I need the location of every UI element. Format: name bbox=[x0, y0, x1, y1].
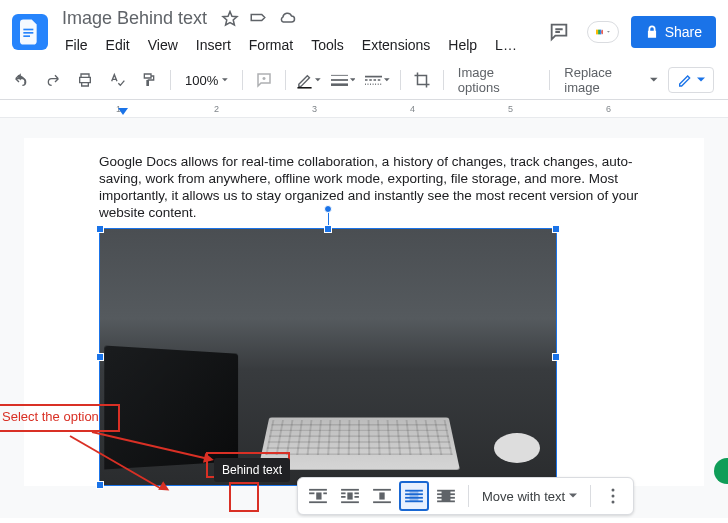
add-comment-button[interactable] bbox=[249, 65, 279, 95]
svg-point-37 bbox=[612, 495, 615, 498]
share-button[interactable]: Share bbox=[631, 16, 716, 48]
menu-tools[interactable]: Tools bbox=[304, 33, 351, 57]
docs-logo[interactable] bbox=[12, 14, 48, 50]
menu-file[interactable]: File bbox=[58, 33, 95, 57]
resize-handle[interactable] bbox=[552, 225, 560, 233]
svg-rect-6 bbox=[297, 87, 311, 88]
annotation-box bbox=[229, 482, 259, 512]
menu-extensions[interactable]: Extensions bbox=[355, 33, 437, 57]
svg-rect-23 bbox=[373, 489, 391, 491]
resize-handle[interactable] bbox=[324, 225, 332, 233]
redo-button[interactable] bbox=[38, 65, 68, 95]
resize-handle[interactable] bbox=[96, 481, 104, 489]
move-with-text-select[interactable]: Move with text bbox=[476, 489, 583, 504]
indent-marker[interactable] bbox=[118, 108, 128, 118]
svg-rect-2 bbox=[23, 35, 30, 37]
image-options-button[interactable]: Image options bbox=[450, 65, 544, 95]
resize-handle[interactable] bbox=[96, 225, 104, 233]
replace-image-button[interactable]: Replace image bbox=[556, 65, 666, 95]
undo-button[interactable] bbox=[6, 65, 36, 95]
svg-rect-1 bbox=[23, 32, 33, 34]
menu-edit[interactable]: Edit bbox=[99, 33, 137, 57]
spellcheck-button[interactable] bbox=[102, 65, 132, 95]
resize-handle[interactable] bbox=[552, 353, 560, 361]
border-dash-button[interactable] bbox=[361, 65, 394, 95]
chevron-down-icon bbox=[569, 492, 577, 500]
menu-view[interactable]: View bbox=[141, 33, 185, 57]
toolbar: 100% Image options Replace image bbox=[0, 61, 728, 100]
svg-rect-3 bbox=[596, 29, 598, 34]
crop-button[interactable] bbox=[407, 65, 437, 95]
rotate-handle[interactable] bbox=[324, 205, 332, 213]
wrap-inline-button[interactable] bbox=[303, 481, 333, 511]
chevron-down-icon bbox=[697, 76, 705, 84]
print-button[interactable] bbox=[70, 65, 100, 95]
wrap-break-button[interactable] bbox=[367, 481, 397, 511]
svg-rect-0 bbox=[23, 28, 33, 30]
wrap-behind-button[interactable] bbox=[399, 481, 429, 511]
wrap-infront-button[interactable] bbox=[431, 481, 461, 511]
svg-rect-15 bbox=[309, 501, 327, 503]
svg-rect-25 bbox=[373, 501, 391, 503]
svg-rect-19 bbox=[347, 492, 352, 499]
svg-rect-17 bbox=[341, 492, 345, 494]
menu-insert[interactable]: Insert bbox=[189, 33, 238, 57]
svg-rect-26 bbox=[410, 491, 419, 502]
wrap-text-button[interactable] bbox=[335, 481, 365, 511]
svg-rect-12 bbox=[309, 492, 314, 494]
image-layout-toolbar: Move with text bbox=[297, 477, 634, 515]
share-label: Share bbox=[665, 24, 702, 40]
svg-point-38 bbox=[612, 501, 615, 504]
menubar: File Edit View Insert Format Tools Exten… bbox=[58, 33, 533, 57]
svg-rect-4 bbox=[598, 29, 600, 34]
svg-rect-13 bbox=[316, 492, 321, 499]
chevron-down-icon bbox=[650, 76, 658, 84]
selected-image[interactable] bbox=[99, 228, 557, 486]
resize-handle[interactable] bbox=[96, 353, 104, 361]
svg-rect-22 bbox=[341, 501, 359, 503]
svg-rect-20 bbox=[354, 492, 358, 494]
svg-rect-7 bbox=[331, 75, 348, 76]
svg-rect-8 bbox=[331, 79, 348, 81]
svg-rect-24 bbox=[379, 492, 384, 499]
star-icon[interactable] bbox=[221, 10, 239, 28]
svg-rect-5 bbox=[600, 29, 601, 34]
svg-rect-29 bbox=[405, 497, 423, 499]
tooltip: Behind text bbox=[214, 458, 290, 482]
paint-format-button[interactable] bbox=[134, 65, 164, 95]
svg-rect-30 bbox=[405, 500, 423, 502]
svg-rect-27 bbox=[405, 490, 423, 492]
border-weight-button[interactable] bbox=[327, 65, 360, 95]
svg-rect-10 bbox=[365, 76, 382, 78]
more-options-button[interactable] bbox=[598, 481, 628, 511]
svg-rect-35 bbox=[442, 491, 451, 502]
menu-help[interactable]: Help bbox=[441, 33, 484, 57]
zoom-select[interactable]: 100% bbox=[177, 65, 236, 95]
border-color-button[interactable] bbox=[292, 65, 325, 95]
svg-rect-16 bbox=[341, 489, 359, 491]
lock-icon bbox=[645, 25, 659, 39]
menu-format[interactable]: Format bbox=[242, 33, 300, 57]
comment-history-icon[interactable] bbox=[543, 16, 575, 48]
document-page[interactable]: Google Docs allows for real-time collabo… bbox=[24, 138, 704, 486]
move-icon[interactable] bbox=[249, 10, 267, 28]
menu-more[interactable]: L… bbox=[488, 33, 524, 57]
meet-icon[interactable] bbox=[587, 21, 619, 43]
svg-rect-18 bbox=[341, 496, 345, 498]
cloud-icon[interactable] bbox=[277, 10, 297, 28]
chevron-down-icon bbox=[222, 76, 228, 84]
svg-rect-11 bbox=[309, 489, 327, 491]
svg-point-36 bbox=[612, 489, 615, 492]
body-text[interactable]: Google Docs allows for real-time collabo… bbox=[99, 154, 644, 222]
svg-rect-28 bbox=[405, 493, 423, 495]
doc-title[interactable]: Image Behind text bbox=[58, 6, 211, 31]
svg-rect-14 bbox=[323, 492, 327, 494]
ruler[interactable]: 1 2 3 4 5 6 bbox=[0, 100, 728, 118]
svg-rect-9 bbox=[331, 83, 348, 86]
editing-mode-button[interactable] bbox=[668, 67, 714, 93]
svg-rect-21 bbox=[354, 496, 358, 498]
annotation-label: Select the option bbox=[2, 409, 99, 424]
